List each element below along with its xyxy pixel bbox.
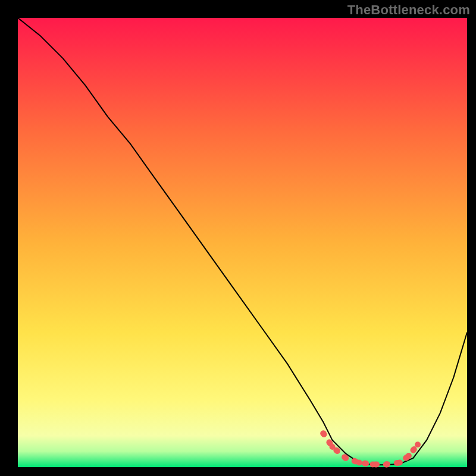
optimal-range-dot (415, 441, 421, 447)
optimal-range-dot (406, 453, 412, 459)
optimal-range-dot (356, 460, 362, 466)
chart-stage: TheBottleneck.com (0, 0, 476, 476)
bottleneck-chart (0, 0, 476, 476)
optimal-range-dot (330, 444, 336, 450)
optimal-range-dot (343, 455, 349, 461)
optimal-range-dot (383, 462, 389, 468)
optimal-range-dot (370, 462, 376, 468)
optimal-range-dot (397, 460, 403, 466)
optimal-range-dot (320, 430, 326, 436)
watermark-text: TheBottleneck.com (347, 2, 470, 18)
